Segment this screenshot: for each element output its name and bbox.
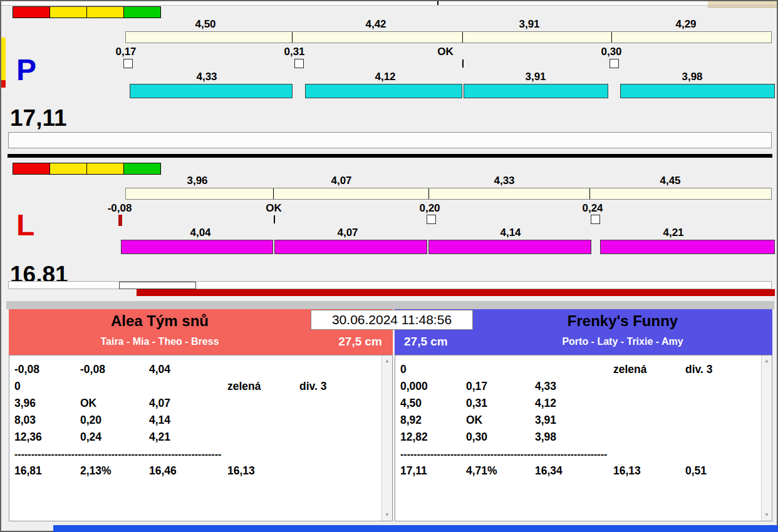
summary-cell: 17,11 bbox=[400, 464, 466, 478]
result-cell: 0,20 bbox=[80, 414, 149, 427]
p-ruler-value: 3,91 bbox=[519, 18, 539, 31]
scroll-up-icon[interactable]: ▲ bbox=[382, 356, 392, 366]
summary-cell: 16,13 bbox=[613, 464, 685, 478]
result-cell: 0,17 bbox=[466, 380, 535, 393]
p-segment-value: 4,12 bbox=[375, 71, 395, 83]
scroll-down-icon[interactable]: ▼ bbox=[382, 510, 392, 520]
l-split-checkbox[interactable] bbox=[427, 215, 436, 224]
scroll-up-icon[interactable]: ▲ bbox=[762, 356, 772, 366]
result-row: 3,96 OK 4,07 bbox=[14, 395, 380, 412]
p-split-checkbox[interactable] bbox=[609, 59, 619, 68]
traffic-yellow-segment bbox=[86, 163, 124, 175]
l-split-value: -0,08 bbox=[108, 202, 132, 215]
window-inner-top-border bbox=[1, 5, 777, 6]
right-panel-scrollbar[interactable]: ▲ ▼ bbox=[761, 356, 772, 521]
result-row: 12,82 0,30 3,98 bbox=[400, 429, 759, 446]
separator-row: ----------------------------------------… bbox=[14, 446, 380, 463]
left-team-category: 27,5 cm bbox=[338, 335, 382, 349]
result-cell: 12,82 bbox=[400, 431, 466, 444]
p-progress-track bbox=[8, 132, 772, 148]
p-split-value: OK bbox=[437, 46, 454, 58]
l-lane-letter: L bbox=[16, 210, 34, 240]
background-window-corner bbox=[708, 1, 777, 8]
right-team-members: Porto - Laty - Trixie - Amy bbox=[473, 336, 772, 347]
scoreboard-top-band bbox=[6, 301, 774, 309]
result-cell: 4,50 bbox=[400, 397, 466, 410]
result-row: 0 zelená div. 3 bbox=[14, 378, 380, 395]
ruler-tick bbox=[611, 32, 612, 43]
p-segment-bar bbox=[305, 84, 462, 98]
right-results-rows: 0 zelená div. 3 0,000 0,17 4,33 4,50 0,3… bbox=[400, 361, 759, 479]
traffic-green-segment bbox=[123, 163, 161, 175]
left-results-panel: -0,08 -0,08 4,04 0 zelená div. 3 3,96 OK… bbox=[9, 355, 393, 521]
p-split-value: 0,17 bbox=[115, 46, 136, 58]
result-cell: 4,33 bbox=[535, 380, 613, 393]
l-segment-value: 4,14 bbox=[500, 227, 521, 239]
result-cell: 4,04 bbox=[149, 363, 227, 376]
p-total-time: 17,11 bbox=[10, 106, 67, 130]
right-results-panel: 0 zelená div. 3 0,000 0,17 4,33 4,50 0,3… bbox=[395, 355, 772, 521]
p-segment-bar bbox=[130, 84, 293, 98]
result-cell: -0,08 bbox=[14, 363, 80, 376]
l-split-tick bbox=[274, 215, 275, 223]
result-cell: 4,12 bbox=[535, 397, 613, 410]
summary-cell: 16,13 bbox=[227, 464, 299, 478]
p-lane-letter: P bbox=[16, 55, 36, 85]
scroll-down-icon[interactable]: ▼ bbox=[762, 510, 772, 520]
l-segment-bar bbox=[428, 240, 591, 254]
left-team-name: Alea Tým snů bbox=[9, 312, 311, 330]
l-split-checkbox[interactable] bbox=[591, 215, 600, 224]
summary-cell: 16,34 bbox=[535, 464, 613, 478]
p-split-checkbox[interactable] bbox=[123, 59, 133, 68]
traffic-red-segment bbox=[13, 6, 50, 18]
l-ruler bbox=[125, 188, 772, 200]
p-segment-bar bbox=[620, 84, 775, 98]
result-row: 8,03 0,20 4,14 bbox=[14, 412, 380, 429]
result-cell: -0,08 bbox=[80, 363, 149, 376]
result-cell: OK bbox=[80, 397, 149, 410]
traffic-red-segment bbox=[13, 163, 50, 175]
result-row: 4,50 0,31 4,12 bbox=[400, 395, 759, 412]
l-progress-box bbox=[119, 282, 196, 289]
p-segment-bar bbox=[464, 84, 608, 98]
p-split-checkbox[interactable] bbox=[294, 59, 304, 68]
ruler-tick bbox=[462, 32, 463, 43]
summary-cell: 0,51 bbox=[685, 464, 759, 478]
traffic-green-segment bbox=[123, 6, 161, 18]
summary-cell: 16,81 bbox=[14, 464, 80, 478]
l-ruler-value: 4,45 bbox=[660, 175, 680, 187]
result-cell: 3,98 bbox=[535, 431, 613, 444]
result-cell: 4,07 bbox=[149, 397, 227, 410]
l-split-fault-marker bbox=[118, 215, 122, 226]
result-cell: 0,31 bbox=[466, 397, 535, 410]
left-edge-yellow-strip bbox=[1, 38, 6, 80]
result-cell: zelená bbox=[613, 363, 685, 376]
l-split-value: 0,24 bbox=[582, 202, 603, 215]
left-panel-scrollbar[interactable]: ▲ ▼ bbox=[381, 356, 392, 521]
traffic-yellow-segment bbox=[86, 6, 124, 18]
result-cell: 8,03 bbox=[14, 414, 80, 427]
result-row: 8,92 OK 3,91 bbox=[400, 412, 759, 429]
l-segment-value: 4,07 bbox=[337, 227, 358, 239]
traffic-yellow-segment bbox=[49, 6, 87, 18]
l-segment-value: 4,21 bbox=[663, 227, 683, 239]
result-cell: 0,30 bbox=[466, 431, 535, 444]
l-segment-bar bbox=[600, 240, 775, 254]
result-cell: OK bbox=[466, 414, 535, 427]
summary-cell: 2,13% bbox=[80, 464, 149, 478]
result-cell: 3,96 bbox=[14, 397, 80, 410]
separator-row: ----------------------------------------… bbox=[400, 446, 759, 463]
p-segment-value: 4,33 bbox=[196, 71, 217, 83]
l-progress-bar bbox=[137, 289, 775, 296]
l-split-value: 0,20 bbox=[419, 202, 440, 215]
l-segment-bar bbox=[121, 240, 273, 254]
left-results-rows: -0,08 -0,08 4,04 0 zelená div. 3 3,96 OK… bbox=[14, 361, 380, 479]
p-traffic-light bbox=[13, 6, 160, 18]
result-row: -0,08 -0,08 4,04 bbox=[14, 361, 380, 378]
p-ruler-value: 4,50 bbox=[195, 18, 215, 31]
summary-cell: 16,46 bbox=[149, 464, 227, 478]
taskbar-strip[interactable] bbox=[53, 525, 778, 532]
l-traffic-light bbox=[13, 163, 160, 175]
p-split-value: 0,30 bbox=[601, 46, 621, 58]
p-ruler-value: 4,29 bbox=[675, 18, 696, 31]
